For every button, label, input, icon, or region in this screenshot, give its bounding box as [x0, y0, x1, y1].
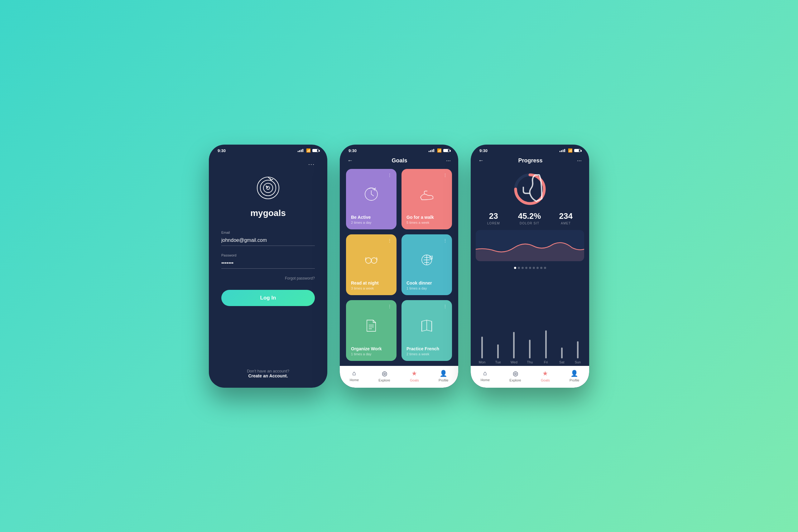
goal-card-read[interactable]: ⋮ Read at night 3 times a week	[346, 234, 397, 295]
bar-mon-label: Mon	[479, 360, 485, 364]
nav-explore-progress[interactable]: ◎ Explore	[509, 369, 521, 382]
dot-1	[514, 267, 516, 269]
status-icons: 📶	[298, 148, 319, 153]
signal-3	[301, 150, 302, 152]
bar-wed-label: Wed	[511, 360, 517, 364]
nav-home-goals[interactable]: ⌂ Home	[350, 369, 359, 382]
bar-tue: Tue	[492, 344, 505, 364]
goal-name-4: Cook dinner	[406, 281, 447, 285]
login-button[interactable]: Log In	[221, 290, 315, 306]
signal-4	[302, 149, 303, 152]
svg-line-6	[271, 179, 273, 180]
create-account-link[interactable]: Create an Account.	[247, 373, 289, 378]
stat-label-3: AMET	[559, 222, 573, 225]
nav-profile-progress[interactable]: 👤 Profile	[570, 369, 579, 382]
nav-home-label-goals: Home	[350, 378, 359, 382]
bar-chart-section: Mon Tue Wed Thu	[471, 271, 589, 366]
goals-content: ← Goals ··· ⋮	[340, 155, 458, 388]
nav-goals-goals[interactable]: ★ Goals	[410, 369, 419, 382]
stat-value-1: 23	[487, 211, 500, 221]
progress-bottom-nav: ⌂ Home ◎ Explore ★ Goals 👤 Profile	[471, 366, 589, 388]
stat-dolor: 45.2% DOLOR SIT	[518, 211, 541, 225]
goal-card-cook[interactable]: ⋮ Cook	[401, 234, 452, 295]
more-dots-goals[interactable]: ···	[446, 157, 451, 164]
goal-card-organize[interactable]: ⋮ Organize Work 1 times a day	[346, 300, 397, 361]
nav-goals-progress[interactable]: ★ Goals	[541, 369, 550, 382]
email-input[interactable]	[221, 236, 315, 246]
goal-icon-document	[351, 305, 392, 346]
star-icon-goals: ★	[412, 369, 417, 377]
stat-value-3: 234	[559, 211, 573, 221]
nav-profile-label-progress: Profile	[570, 378, 579, 382]
phone-progress: 9:30 📶 ← Progress ···	[471, 145, 589, 388]
status-bar-progress: 9:30 📶	[471, 145, 589, 155]
goal-freq-2: 5 times a week	[406, 221, 447, 224]
bar-fri-bar	[545, 330, 547, 358]
phone-login: 9:30 📶 ···	[209, 145, 327, 388]
explore-icon-progress: ◎	[513, 369, 518, 377]
dot-3	[521, 267, 524, 269]
bar-sun-bar	[577, 341, 578, 358]
nav-profile-goals[interactable]: 👤 Profile	[439, 369, 448, 382]
bar-sun: Sun	[571, 341, 584, 364]
phones-container: 9:30 📶 ···	[209, 145, 589, 388]
goal-name-2: Go for a walk	[406, 215, 447, 220]
bar-thu: Thu	[524, 340, 536, 364]
home-icon-goals: ⌂	[352, 369, 356, 377]
status-icons-progress: 📶	[559, 148, 581, 153]
svg-line-5	[270, 178, 271, 180]
forgot-password[interactable]: Forgot password?	[285, 276, 315, 281]
card-dots-3: ⋮	[387, 238, 392, 243]
more-dots-login[interactable]: ···	[308, 161, 315, 168]
goal-card-walk[interactable]: ⋮ Go for a walk 5 times a week	[401, 169, 452, 230]
status-time-progress: 9:30	[479, 148, 488, 153]
goal-freq-6: 2 times a week	[406, 352, 447, 356]
bar-mon-bar	[481, 337, 483, 358]
app-name-bold: goals	[263, 208, 286, 218]
bar-mon: Mon	[476, 337, 489, 364]
password-input[interactable]	[221, 259, 315, 269]
svg-point-9	[366, 258, 371, 263]
star-icon-progress: ★	[543, 369, 548, 377]
back-arrow-progress[interactable]: ←	[478, 157, 484, 164]
goals-grid: ⋮ Be Active 2 times a day	[340, 169, 458, 366]
goal-freq-4: 1 times a day	[406, 286, 447, 290]
goal-icon-glasses	[351, 239, 392, 281]
goal-freq-1: 2 times a day	[351, 221, 392, 224]
progress-content: ← Progress ···	[471, 155, 589, 388]
nav-explore-goals[interactable]: ◎ Explore	[378, 369, 390, 382]
progress-ring-section	[471, 169, 589, 211]
profile-icon-progress: 👤	[570, 369, 578, 377]
bar-sun-label: Sun	[575, 360, 581, 364]
back-arrow-goals[interactable]: ←	[347, 157, 353, 164]
bar-chart: Mon Tue Wed Thu	[476, 271, 584, 366]
goal-name-6: Practice French	[406, 346, 447, 351]
goal-card-be-active[interactable]: ⋮ Be Active 2 times a day	[346, 169, 397, 230]
nav-goals-label-goals: Goals	[410, 378, 419, 382]
card-dots-5: ⋮	[387, 304, 392, 309]
nav-home-label-progress: Home	[481, 378, 490, 382]
more-dots-progress[interactable]: ···	[577, 157, 582, 164]
card-dots-1: ⋮	[387, 173, 392, 178]
dot-7	[536, 267, 539, 269]
goal-freq-5: 1 times a day	[351, 352, 392, 356]
line-chart	[476, 230, 584, 261]
goals-bottom-nav: ⌂ Home ◎ Explore ★ Goals 👤 Profile	[340, 366, 458, 388]
goal-icon-clock	[351, 174, 392, 215]
goal-freq-3: 3 times a week	[351, 286, 392, 290]
goal-card-french[interactable]: ⋮ Practice French 2 times a week	[401, 300, 452, 361]
ring-shoe-icon	[513, 171, 547, 207]
app-name-regular: my	[250, 208, 263, 218]
nav-home-progress[interactable]: ⌂ Home	[481, 369, 490, 382]
nav-goals-label-progress: Goals	[541, 378, 550, 382]
goal-icon-book	[406, 305, 447, 346]
signal-1	[298, 151, 299, 152]
wifi-icon: 📶	[306, 148, 311, 153]
card-dots-6: ⋮	[443, 304, 448, 309]
stat-value-2: 45.2%	[518, 211, 541, 221]
dot-8	[540, 267, 543, 269]
carousel-dots	[471, 265, 589, 271]
stat-label-2: DOLOR SIT	[518, 222, 541, 225]
dot-9	[544, 267, 546, 269]
dot-4	[525, 267, 528, 269]
